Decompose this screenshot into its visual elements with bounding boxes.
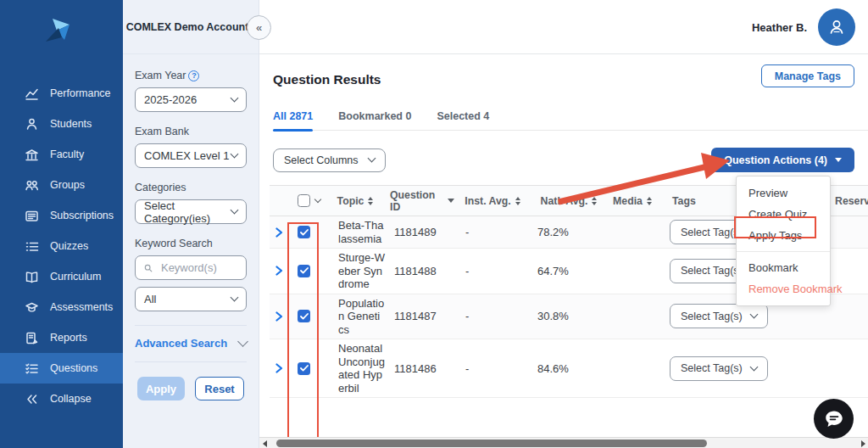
sidebar-item-assessments[interactable]: Assessments <box>0 292 123 322</box>
expand-row-chevron[interactable] <box>270 266 288 276</box>
sidebar-item-label: Faculty <box>50 148 84 160</box>
question-actions-menu: Preview Create Quiz Apply Tags Bookmark … <box>736 176 831 306</box>
row-checkbox-checked[interactable] <box>298 265 310 277</box>
account-header: COMLEX Demo Account « <box>123 0 259 54</box>
row-checkbox-checked[interactable] <box>298 226 310 238</box>
sidebar-item-label: Groups <box>50 179 85 191</box>
tab-bookmarked[interactable]: Bookmarked 0 <box>338 110 411 130</box>
row-select-cell <box>288 226 320 238</box>
header-natl-avg[interactable]: Natl. Avg. <box>531 195 607 207</box>
scope-select[interactable]: All <box>135 287 247 311</box>
sidebar-collapse-label: Collapse <box>50 393 92 405</box>
question-actions-button[interactable]: Question Actions (4) <box>711 148 854 172</box>
search-icon <box>144 263 153 273</box>
book-icon <box>25 270 39 284</box>
tags-cell: Select Tag(s) <box>658 304 819 328</box>
sidebar-item-curriculum[interactable]: Curriculum <box>0 261 123 292</box>
chat-bubble-icon <box>823 408 845 430</box>
keyword-search-box <box>135 255 247 280</box>
row-checkbox-checked[interactable] <box>298 362 310 375</box>
menu-item-preview[interactable]: Preview <box>737 182 830 204</box>
person-icon <box>826 17 847 37</box>
sidebar-collapse-button[interactable]: Collapse <box>0 384 123 414</box>
table-row: Neonatal Unconjugated Hyperbil 1181486 -… <box>270 339 868 398</box>
select-columns-dropdown[interactable]: Select Columns <box>273 148 386 172</box>
sidebar-item-performance[interactable]: Performance <box>0 78 123 109</box>
sort-icon <box>368 197 373 205</box>
select-tags-dropdown[interactable]: Select Tag(s) <box>670 304 768 328</box>
expand-row-chevron[interactable] <box>270 363 288 373</box>
select-columns-label: Select Columns <box>284 154 359 166</box>
apply-button[interactable]: Apply <box>137 377 185 400</box>
topic-cell: Population Genetics <box>320 297 390 337</box>
scroll-left-icon[interactable] <box>263 440 267 447</box>
sidebar-item-groups[interactable]: Groups <box>0 170 123 200</box>
divider <box>135 361 247 362</box>
expand-row-chevron[interactable] <box>270 311 288 322</box>
keyword-search-label: Keyword Search <box>135 238 247 249</box>
chat-button[interactable] <box>814 399 854 439</box>
header-inst-avg[interactable]: Inst. Avg. <box>454 195 531 207</box>
exam-bank-value: COMLEX Level 1 <box>144 149 229 162</box>
tab-all[interactable]: All 2871 <box>273 110 313 130</box>
row-select-cell <box>288 265 320 277</box>
tabs: All 2871 Bookmarked 0 Selected 4 <box>273 110 868 131</box>
sidebar-item-label: Performance <box>50 87 111 99</box>
sidebar-item-students[interactable]: Students <box>0 109 123 139</box>
double-chevron-left-icon <box>25 392 39 406</box>
chevron-down-icon <box>231 94 239 103</box>
chevron-down-icon <box>749 311 758 319</box>
scroll-right-icon[interactable] <box>861 440 865 447</box>
menu-item-bookmark[interactable]: Bookmark <box>737 257 830 278</box>
menu-item-apply-tags[interactable]: Apply Tags <box>737 225 830 246</box>
row-select-cell <box>288 362 320 375</box>
topic-cell: Neonatal Unconjugated Hyperbil <box>320 342 390 395</box>
chevron-down-icon <box>237 336 248 347</box>
expand-row-chevron[interactable] <box>270 227 288 238</box>
select-tags-dropdown[interactable]: Select Tag(s) <box>670 356 768 381</box>
topic-cell: Sturge-Weber Syndrome <box>320 251 390 291</box>
row-checkbox-checked[interactable] <box>298 310 310 322</box>
keyword-input[interactable] <box>159 260 237 275</box>
menu-item-create-quiz[interactable]: Create Quiz <box>737 204 830 225</box>
sidebar-item-quizzes[interactable]: Quizzes <box>0 231 123 261</box>
advanced-search-toggle[interactable]: Advanced Search <box>135 337 247 350</box>
sidebar-item-faculty[interactable]: Faculty <box>0 139 123 170</box>
sidebar-item-reports[interactable]: Reports <box>0 322 123 353</box>
menu-item-remove-bookmark[interactable]: Remove Bookmark <box>737 278 830 300</box>
sidebar-item-label: Reports <box>50 332 87 344</box>
reset-button[interactable]: Reset <box>195 377 244 400</box>
header-media[interactable]: Media <box>607 195 658 207</box>
chevron-down-icon <box>368 154 376 163</box>
topic-cell: Beta-Thalassemia <box>320 219 390 245</box>
header-question-id[interactable]: Question ID <box>390 189 454 213</box>
sidebar-item-label: Quizzes <box>50 240 88 252</box>
horizontal-scrollbar[interactable] <box>259 437 868 448</box>
select-all-checkbox[interactable] <box>298 194 310 207</box>
exam-year-label: Exam Year ? <box>135 70 247 81</box>
advanced-search-label: Advanced Search <box>135 337 227 350</box>
tab-selected[interactable]: Selected 4 <box>437 110 489 130</box>
panel-collapse-button[interactable]: « <box>247 15 271 40</box>
exam-year-select[interactable]: 2025-2026 <box>135 87 247 112</box>
header-topic[interactable]: Topic <box>320 195 390 207</box>
sidebar-item-subscriptions[interactable]: Subscriptions <box>0 200 123 231</box>
sidebar-item-questions[interactable]: Questions <box>0 353 123 384</box>
natl-avg-cell: 84.6% <box>531 362 607 375</box>
question-id-cell: 1181489 <box>390 226 454 238</box>
manage-tags-button[interactable]: Manage Tags <box>761 64 854 87</box>
question-id-cell: 1181486 <box>390 362 454 375</box>
exam-bank-select[interactable]: COMLEX Level 1 <box>135 143 247 168</box>
list-icon <box>25 239 39 254</box>
help-icon[interactable]: ? <box>188 70 199 81</box>
grad-cap-icon <box>25 300 39 315</box>
categories-select[interactable]: Select Category(ies) <box>135 199 247 224</box>
inst-avg-cell: - <box>454 310 531 322</box>
scrollbar-thumb[interactable] <box>276 440 707 447</box>
user-name: Heather B. <box>752 21 807 34</box>
chevron-down-icon <box>749 362 758 371</box>
user-avatar[interactable] <box>818 8 855 46</box>
bank-icon <box>25 148 39 162</box>
inst-avg-cell: - <box>454 226 531 238</box>
sidebar-item-label: Subscriptions <box>50 210 114 221</box>
